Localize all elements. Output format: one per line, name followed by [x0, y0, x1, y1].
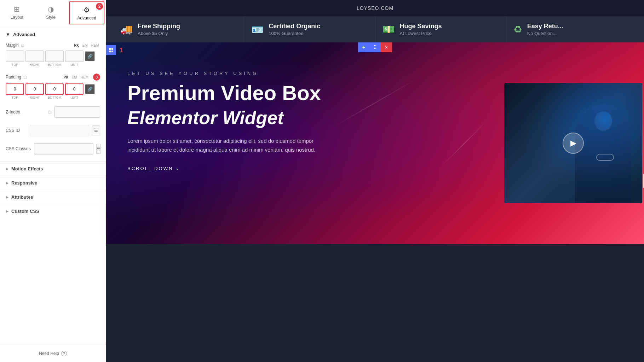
tab-style[interactable]: ◑ Style: [34, 0, 68, 26]
margin-left[interactable]: [65, 51, 84, 62]
feature-title-returns: Easy Retu...: [527, 23, 563, 30]
svg-rect-3: [111, 51, 113, 52]
play-button[interactable]: ▶: [563, 133, 584, 154]
hero-section: LET US SEE YOUR STORY USING Premium Vide…: [106, 42, 644, 244]
padding-units: PX EM REM: [62, 75, 90, 80]
css-id-input[interactable]: [30, 125, 89, 136]
tab-layout-label: Layout: [11, 15, 23, 20]
organic-icon: 🪪: [251, 24, 264, 35]
css-id-group: CSS ID ☰: [6, 125, 100, 136]
padding-unit-px[interactable]: PX: [62, 75, 69, 80]
site-url: LOYSEO.COM: [357, 5, 393, 11]
right-panel: LOYSEO.COM 🚚 Free Shipping Above $5 Only…: [106, 0, 644, 362]
top-bar: LOYSEO.COM: [106, 0, 644, 16]
tab-advanced-label: Advanced: [77, 16, 96, 21]
feature-subtitle-shipping: Above $5 Only: [138, 31, 180, 36]
hero-left: LET US SEE YOUR STORY USING Premium Vide…: [106, 42, 502, 244]
feature-item-shipping: 🚚 Free Shipping Above $5 Only: [113, 16, 244, 42]
margin-info-icon[interactable]: ☖: [21, 43, 24, 48]
advanced-section-header[interactable]: ▼ Advanced: [6, 32, 100, 37]
padding-top[interactable]: [6, 83, 24, 95]
play-icon: ▶: [570, 139, 576, 148]
hero-description: Lorem ipsum dolor sit amet, consectetur …: [127, 136, 333, 154]
responsive-label: Responsive: [11, 180, 37, 186]
section-number: 1: [120, 47, 123, 54]
feature-subtitle-returns: No Question...: [527, 31, 563, 36]
feature-title-savings: Huge Savings: [400, 23, 442, 30]
toolbar-add-button[interactable]: +: [358, 42, 369, 52]
margin-bottom-label: BOTTOM: [45, 63, 64, 66]
tab-bar: ⊞ Layout ◑ Style ⚙ Advanced 2: [0, 0, 106, 26]
feature-item-savings: 💵 Huge Savings At Lowest Price: [375, 16, 506, 42]
feature-bar: 🚚 Free Shipping Above $5 Only 🪪 Certifie…: [106, 16, 644, 42]
z-index-info-icon[interactable]: ☖: [48, 110, 52, 115]
margin-right[interactable]: [25, 51, 44, 62]
returns-icon: ♻: [513, 24, 522, 35]
z-index-label: Z-Index: [6, 110, 45, 115]
padding-unit-em[interactable]: EM: [71, 75, 78, 80]
section-title: Advanced: [13, 32, 35, 37]
margin-left-label: LEFT: [65, 63, 84, 66]
gear-icon: ⚙: [84, 6, 90, 14]
toolbar-close-button[interactable]: ×: [381, 42, 392, 52]
layout-icon: ⊞: [14, 5, 20, 13]
panel-body: ▼ Advanced Margin ☖ PX EM REM 🔗: [0, 26, 106, 345]
padding-link-button[interactable]: 🔗: [85, 84, 95, 94]
shipping-icon: 🚚: [120, 24, 133, 35]
css-classes-input[interactable]: [34, 143, 93, 154]
section-toolbar: + ⠿ ×: [358, 42, 392, 52]
hero-video: ▶: [502, 42, 644, 244]
tab-advanced[interactable]: ⚙ Advanced 2: [69, 1, 104, 24]
feature-title-organic: Certified Organic: [269, 23, 320, 30]
motion-effects-section[interactable]: ▶ Motion Effects: [0, 162, 106, 176]
margin-unit-em[interactable]: EM: [81, 43, 89, 48]
padding-input-labels: TOP RIGHT BOTTOM LEFT: [6, 96, 100, 99]
margin-top[interactable]: [6, 51, 24, 62]
margin-unit-rem[interactable]: REM: [90, 43, 100, 48]
feature-title-shipping: Free Shipping: [138, 23, 180, 30]
feature-item-returns: ♻ Easy Retu... No Question...: [506, 16, 637, 42]
custom-css-arrow: ▶: [6, 209, 8, 213]
padding-inputs: 🔗: [6, 83, 100, 95]
margin-group: Margin ☖ PX EM REM 🔗 TOP RIGHT BOTTOM L: [6, 43, 100, 66]
section-handle[interactable]: [106, 45, 116, 55]
z-index-group: Z-Index ☖: [6, 106, 100, 118]
attributes-label: Attributes: [11, 194, 33, 200]
section-arrow: ▼: [6, 32, 10, 37]
svg-rect-1: [111, 48, 113, 50]
padding-right[interactable]: [25, 83, 44, 95]
css-id-icon-btn[interactable]: ☰: [92, 125, 100, 135]
help-text-label: Need Help: [39, 351, 59, 356]
margin-units: PX EM REM: [73, 43, 100, 48]
padding-left[interactable]: [65, 83, 84, 95]
toolbar-move-button[interactable]: ⠿: [369, 42, 381, 52]
margin-bottom[interactable]: [45, 51, 64, 62]
left-panel: ⊞ Layout ◑ Style ⚙ Advanced 2 ▼ Advanced…: [0, 0, 106, 362]
responsive-section[interactable]: ▶ Responsive: [0, 176, 106, 190]
custom-css-label: Custom CSS: [11, 209, 39, 214]
margin-unit-px[interactable]: PX: [73, 43, 80, 48]
hero-title-line1: Premium Video Box: [127, 82, 485, 104]
tab-layout[interactable]: ⊞ Layout: [0, 0, 34, 26]
motion-effects-arrow: ▶: [6, 167, 8, 171]
padding-unit-rem[interactable]: REM: [80, 75, 90, 80]
css-classes-icon-btn[interactable]: ☰: [96, 144, 101, 154]
table-icon: [109, 48, 114, 53]
main-content: 🚚 Free Shipping Above $5 Only 🪪 Certifie…: [106, 16, 644, 362]
savings-icon: 💵: [383, 24, 395, 35]
margin-inputs: 🔗: [6, 51, 100, 62]
motion-effects-label: Motion Effects: [11, 166, 43, 171]
help-icon[interactable]: ?: [61, 351, 67, 356]
hero-title-line2: Elementor Widget: [127, 108, 485, 128]
attributes-section[interactable]: ▶ Attributes: [0, 190, 106, 204]
padding-bottom[interactable]: [45, 83, 64, 95]
z-index-input[interactable]: [54, 106, 100, 118]
tab-style-label: Style: [46, 15, 56, 20]
scroll-down[interactable]: SCROLL DOWN ⌄: [127, 166, 485, 171]
margin-link-button[interactable]: 🔗: [85, 51, 95, 61]
custom-css-section[interactable]: ▶ Custom CSS: [0, 204, 106, 218]
hero-subtitle: LET US SEE YOUR STORY USING: [127, 71, 485, 76]
margin-input-labels: TOP RIGHT BOTTOM LEFT: [6, 63, 100, 66]
padding-info-icon[interactable]: ☖: [23, 75, 27, 80]
feature-subtitle-organic: 100% Guarantee: [269, 31, 320, 36]
